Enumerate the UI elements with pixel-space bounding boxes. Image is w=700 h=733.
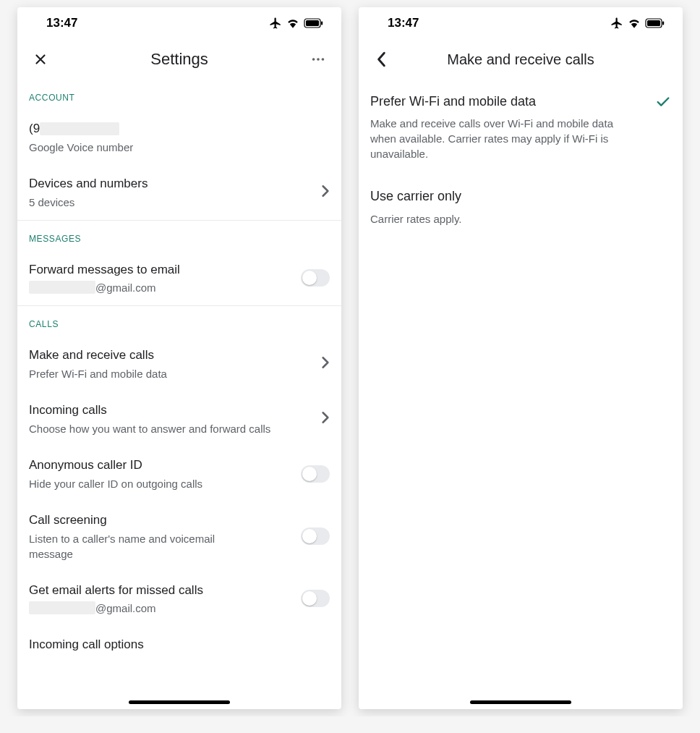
devices-sub: 5 devices (29, 195, 315, 210)
redacted-email-user (29, 281, 95, 294)
page-title: Make and receive calls (359, 51, 683, 68)
page-title: Settings (17, 50, 341, 69)
nav-bar: Settings (17, 39, 341, 80)
back-button[interactable] (367, 45, 396, 74)
option-prefer-wifi[interactable]: Prefer Wi-Fi and mobile data Make and re… (359, 80, 683, 174)
svg-rect-8 (662, 22, 664, 25)
settings-screen: 13:47 Settings ACCOUNT (9 Google Voice n… (17, 7, 341, 709)
wifi-icon (628, 18, 641, 28)
make-receive-calls-row[interactable]: Make and receive calls Prefer Wi-Fi and … (17, 336, 341, 391)
anonymous-caller-title: Anonymous caller ID (29, 457, 295, 474)
chevron-right-icon (321, 411, 330, 427)
home-indicator[interactable] (470, 700, 571, 704)
home-indicator[interactable] (129, 700, 230, 704)
svg-rect-7 (647, 20, 660, 26)
section-header-messages: MESSAGES (17, 221, 341, 251)
checkmark-icon (655, 94, 671, 113)
svg-rect-1 (306, 20, 319, 26)
battery-icon (645, 18, 665, 28)
status-time: 13:47 (35, 16, 77, 30)
missed-call-alerts-email: @gmail.com (29, 601, 295, 616)
forward-messages-toggle[interactable] (301, 269, 330, 287)
status-bar: 13:47 (359, 7, 683, 39)
make-receive-calls-screen: 13:47 Make and receive calls Prefer Wi-F… (359, 7, 683, 709)
option-prefer-wifi-sub: Make and receive calls over Wi-Fi and mo… (370, 116, 623, 161)
incoming-calls-row[interactable]: Incoming calls Choose how you want to an… (17, 391, 341, 446)
svg-point-4 (317, 58, 320, 61)
anonymous-caller-row[interactable]: Anonymous caller ID Hide your caller ID … (17, 446, 341, 501)
call-screening-toggle[interactable] (301, 527, 330, 545)
status-bar: 13:47 (17, 7, 341, 39)
anonymous-caller-toggle[interactable] (301, 465, 330, 483)
voice-number-title: (9 (29, 120, 330, 137)
devices-row[interactable]: Devices and numbers 5 devices (17, 165, 341, 220)
call-screening-row[interactable]: Call screening Listen to a caller's name… (17, 501, 341, 572)
status-time: 13:47 (376, 16, 419, 30)
incoming-calls-title: Incoming calls (29, 402, 315, 419)
airplane-mode-icon (610, 17, 623, 30)
incoming-call-options-row[interactable]: Incoming call options (17, 626, 341, 653)
wifi-icon (286, 18, 299, 28)
chevron-left-icon (376, 51, 388, 67)
redacted-number (40, 122, 119, 135)
email-suffix: @gmail.com (95, 602, 156, 614)
option-prefer-wifi-title: Prefer Wi-Fi and mobile data (370, 93, 646, 110)
settings-content: ACCOUNT (9 Google Voice number Devices a… (17, 80, 341, 709)
missed-call-alerts-row[interactable]: Get email alerts for missed calls @gmail… (17, 572, 341, 627)
section-header-account: ACCOUNT (17, 80, 341, 110)
voice-number-row[interactable]: (9 Google Voice number (17, 110, 341, 165)
make-receive-sub: Prefer Wi-Fi and mobile data (29, 366, 315, 381)
incoming-call-options-title: Incoming call options (29, 636, 330, 653)
status-icons (610, 17, 665, 30)
forward-messages-title: Forward messages to email (29, 261, 295, 279)
missed-call-alerts-toggle[interactable] (301, 590, 330, 607)
nav-bar: Make and receive calls (359, 39, 683, 80)
incoming-calls-sub: Choose how you want to answer and forwar… (29, 421, 315, 436)
more-horizontal-icon (310, 51, 326, 67)
section-header-calls: CALLS (17, 306, 341, 336)
make-receive-title: Make and receive calls (29, 347, 315, 364)
svg-point-3 (312, 58, 315, 61)
close-icon (33, 51, 48, 67)
anonymous-caller-sub: Hide your caller ID on outgoing calls (29, 476, 295, 491)
option-carrier-only[interactable]: Use carrier only Carrier rates apply. (359, 174, 683, 239)
forward-messages-row[interactable]: Forward messages to email @gmail.com (17, 251, 341, 306)
more-button[interactable] (304, 45, 333, 74)
missed-call-alerts-title: Get email alerts for missed calls (29, 582, 295, 599)
close-button[interactable] (26, 45, 55, 74)
voice-number-caption: Google Voice number (29, 140, 330, 155)
email-suffix: @gmail.com (95, 281, 156, 294)
forward-messages-email: @gmail.com (29, 280, 295, 295)
devices-title: Devices and numbers (29, 175, 315, 192)
options-content: Prefer Wi-Fi and mobile data Make and re… (359, 80, 683, 709)
voice-number-prefix: (9 (29, 122, 40, 135)
redacted-email-user (29, 601, 95, 614)
battery-icon (304, 18, 324, 28)
svg-point-5 (322, 58, 325, 61)
airplane-mode-icon (269, 17, 282, 30)
call-screening-title: Call screening (29, 512, 295, 529)
call-screening-sub: Listen to a caller's name and voicemail … (29, 531, 246, 562)
option-carrier-only-title: Use carrier only (370, 187, 671, 205)
svg-rect-2 (321, 22, 323, 25)
status-icons (269, 17, 324, 30)
chevron-right-icon (321, 356, 330, 372)
option-carrier-only-sub: Carrier rates apply. (370, 211, 671, 226)
chevron-right-icon (321, 185, 330, 200)
